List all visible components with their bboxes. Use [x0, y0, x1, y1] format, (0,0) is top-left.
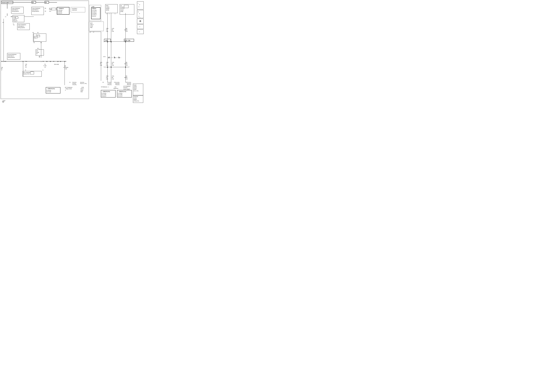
svg-text:16 (2.2L, 2.4L): 16 (2.2L, 2.4L)	[80, 83, 87, 84]
svg-text:C2=68 BK: C2=68 BK	[57, 11, 62, 12]
svg-rect-107	[30, 72, 34, 74]
svg-text:G1: G1	[37, 32, 38, 33]
svg-text:(IGN 1): (IGN 1)	[13, 19, 17, 20]
svg-text:E: E	[109, 56, 110, 57]
svg-text:59: 59	[45, 64, 46, 65]
svg-text:Wiring Systems: Wiring Systems	[8, 57, 15, 58]
svg-text:Pressure: Pressure	[123, 87, 127, 88]
svg-text:CONN ID (2.4L): CONN ID (2.4L)	[119, 91, 126, 92]
svg-text:C3: C3	[114, 82, 115, 83]
svg-text:2.0L: 2.0L	[105, 40, 108, 41]
svg-text:A/C Refrigerant: A/C Refrigerant	[123, 86, 130, 87]
svg-text:CONN ID (2.2L): CONN ID (2.2L)	[48, 88, 55, 89]
svg-text:Module: Module	[106, 8, 109, 9]
svg-text:C3=54 GY: C3=54 GY	[57, 13, 62, 14]
svg-text:Powertrain: Powertrain	[134, 96, 138, 97]
svg-text:Sensor Signal: Sensor Signal	[123, 89, 130, 90]
svg-text:1: 1	[1, 70, 2, 71]
svg-text:2700: 2700	[106, 28, 108, 29]
svg-text:17 (2.0L): 17 (2.0L)	[108, 83, 112, 84]
svg-text:Underhood: Underhood	[72, 9, 77, 10]
svg-text:Sensor: Sensor	[120, 9, 124, 10]
svg-text:Relay 24: Relay 24	[34, 37, 38, 38]
svg-text:RUN/: RUN/	[13, 16, 16, 17]
svg-text:Logic: Logic	[92, 6, 94, 7]
diagram-container: L O C D E S C ⚙ → ← RUN/START B+ B+ Powe…	[0, 0, 144, 104]
svg-text:Schematics in: Schematics in	[32, 9, 38, 10]
svg-text:CONN ID (2.0L): CONN ID (2.0L)	[103, 91, 110, 92]
svg-text:57 (2.4L): 57 (2.4L)	[127, 82, 131, 83]
svg-text:380: 380	[126, 28, 127, 29]
svg-text:Pressure: Pressure	[120, 8, 124, 9]
svg-text:2.2L, 2.4L: 2.2L, 2.4L	[124, 40, 130, 41]
svg-text:C3=56 GY: C3=56 GY	[102, 96, 106, 97]
svg-text:(2.2L, 2.4L): (2.2L, 2.4L)	[134, 90, 138, 92]
svg-text:CONN ID: CONN ID	[59, 8, 64, 9]
svg-text:E: E	[139, 13, 140, 14]
svg-text:3: 3	[115, 13, 115, 14]
svg-text:D–GN: D–GN	[44, 65, 46, 66]
svg-text:Module: Module	[134, 87, 137, 88]
svg-text:C1=37 BK: C1=37 BK	[92, 10, 96, 11]
svg-text:Diode: Diode	[36, 52, 39, 53]
svg-text:C: C	[140, 17, 140, 18]
bplus2-label: B+	[45, 2, 47, 3]
svg-text:Control: Control	[106, 7, 109, 8]
svg-text:Clutch (2 GY): Clutch (2 GY)	[23, 74, 29, 75]
svg-text:2: 2	[106, 13, 107, 14]
svg-text:6 (2.0L): 6 (2.0L)	[73, 83, 76, 84]
svg-text:D: D	[138, 11, 139, 13]
svg-text:Low: Low	[114, 86, 116, 87]
svg-text:BK: BK	[1, 68, 3, 69]
svg-text:C: C	[139, 6, 140, 8]
svg-text:GY: GY	[106, 77, 108, 78]
svg-text:RD/BK: RD/BK	[124, 29, 128, 30]
svg-text:L: L	[138, 3, 139, 4]
svg-text:CONN ID: CONN ID	[92, 8, 96, 9]
svg-text:0.35: 0.35	[112, 78, 114, 80]
svg-text:GY: GY	[106, 63, 108, 64]
svg-text:Data: Data	[90, 27, 92, 28]
svg-text:Data: Data	[81, 91, 83, 92]
svg-text:Power Distribution: Power Distribution	[32, 8, 40, 9]
svg-text:G6: G6	[37, 48, 38, 49]
svg-text:A: A	[43, 70, 43, 71]
svg-text:⚙: ⚙	[139, 20, 141, 22]
svg-text:C2=73 BK: C2=73 BK	[118, 94, 122, 95]
svg-text:A/C Compressor: A/C Compressor	[65, 87, 73, 88]
svg-text:→: →	[139, 26, 140, 28]
svg-text:A/C: A/C	[49, 8, 51, 9]
svg-text:C1=56 BU: C1=56 BU	[47, 90, 51, 91]
svg-text:0.35: 0.35	[106, 78, 108, 80]
svg-text:37 (2.4L): 37 (2.4L)	[108, 82, 112, 83]
svg-text:G: G	[114, 56, 115, 57]
svg-text:BK: BK	[112, 77, 113, 78]
svg-text:49 (2.2L): 49 (2.2L)	[127, 84, 131, 85]
svg-text:C1=56 BU: C1=56 BU	[118, 93, 122, 94]
svg-text:Reference: Reference	[113, 88, 118, 89]
svg-text:0.35: 0.35	[112, 31, 114, 32]
svg-text:35: 35	[36, 53, 37, 54]
svg-text:L3: L3	[13, 24, 14, 25]
svg-text:(BCM): (BCM)	[106, 9, 109, 11]
svg-text:Wiring Systems: Wiring Systems	[32, 11, 39, 12]
svg-text:380: 380	[126, 76, 127, 77]
svg-text:Relay Control: Relay Control	[66, 88, 72, 89]
svg-text:C1=68 WH: C1=68 WH	[57, 10, 62, 11]
svg-text:C3=56 BK: C3=56 BK	[92, 13, 96, 14]
svg-point-270	[114, 57, 115, 58]
svg-text:(3 BK): (3 BK)	[120, 11, 123, 12]
svg-text:BK: BK	[112, 63, 113, 64]
svg-text:0.35: 0.35	[112, 65, 114, 66]
svg-text:G3: G3	[32, 32, 34, 33]
svg-text:1: 1	[109, 13, 110, 14]
svg-text:L1: L1	[5, 16, 6, 17]
svg-text:0.5: 0.5	[25, 67, 27, 68]
svg-text:2751: 2751	[112, 28, 114, 29]
svg-text:F: F	[119, 56, 119, 57]
svg-text:RD/BK: RD/BK	[124, 63, 128, 64]
svg-text:0.35: 0.35	[126, 31, 128, 32]
svg-text:D–GN/WH: D–GN/WH	[64, 67, 68, 68]
svg-text:A/C Compressor: A/C Compressor	[23, 72, 31, 73]
svg-text:26 (2.0L): 26 (2.0L)	[127, 83, 131, 84]
